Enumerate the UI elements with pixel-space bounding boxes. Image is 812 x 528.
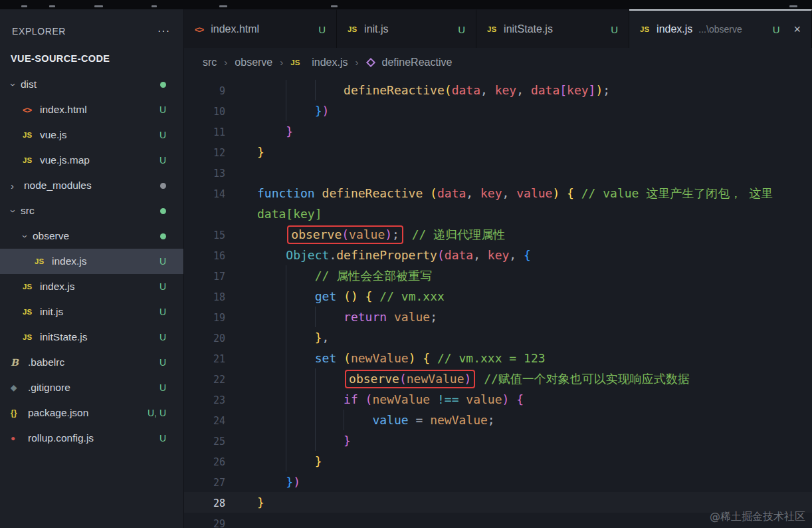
line-content: defineReactive(data, key, data[key]); (225, 83, 610, 97)
line-number: 16 (184, 246, 225, 267)
breadcrumb-item-defineReactive[interactable]: defineReactive (366, 57, 453, 68)
code-line[interactable]: 17 // 属性会全部被重写 (184, 265, 812, 286)
code-line[interactable]: 9 defineReactive(data, key, data[key]); (184, 80, 812, 100)
watermark: @稀土掘金技术社区 (710, 510, 805, 524)
code-token (372, 289, 379, 303)
modified-dot (160, 183, 166, 189)
code-token: defineReactive (344, 83, 445, 97)
code-token (476, 372, 484, 386)
tab-init.js[interactable]: JSinit.jsU (337, 9, 476, 48)
folder-node_modules[interactable]: ›node_modules (0, 173, 183, 198)
rollup-icon: ● (11, 434, 28, 443)
js-icon: JS (35, 257, 52, 265)
code-line[interactable]: 16 Object.defineProperty(data, key, { (184, 245, 812, 265)
file-tree: ›dist<>index.htmlUJSvue.jsUJSvue.js.mapU… (0, 72, 183, 451)
tab-index.html[interactable]: <>index.htmlU (184, 9, 337, 48)
tab-label: index.js (657, 23, 692, 35)
file-index.html[interactable]: <>index.htmlU (0, 97, 183, 122)
code-token: ( (399, 372, 407, 386)
file-initState.js[interactable]: JSinitState.jsU (0, 325, 183, 350)
line-content: function defineReactive (data, key, valu… (225, 186, 773, 200)
close-icon[interactable]: × (793, 23, 801, 37)
breadcrumb-item-index.js[interactable]: JSindex.js (290, 57, 348, 68)
indent-guide (286, 451, 314, 471)
code-line[interactable]: 10 }) (184, 100, 812, 121)
explorer-sidebar: EXPLORER ··· VUE-SOURCE-CODE ›dist<>inde… (0, 9, 184, 528)
code-line[interactable]: data[key] (184, 203, 812, 224)
code-token (459, 392, 466, 406)
file-index.js[interactable]: JSindex.jsU (0, 249, 183, 274)
tab-index.js[interactable]: JSindex.js...\observeU× (629, 9, 812, 48)
code-token: [ (559, 83, 567, 97)
js-icon: JS (290, 59, 308, 66)
file-vue.js.map[interactable]: JSvue.js.mapU (0, 148, 183, 173)
code-line[interactable]: 14function defineReactive (data, key, va… (184, 183, 812, 203)
folder-dist[interactable]: ›dist (0, 72, 183, 97)
code-token: value (372, 413, 408, 427)
line-content: // 属性会全部被重写 (225, 269, 432, 283)
breadcrumb-item-src[interactable]: src (203, 57, 217, 68)
code-line[interactable]: 19 return value; (184, 307, 812, 327)
code-token: data (445, 248, 473, 262)
file-init.js[interactable]: JSinit.jsU (0, 299, 183, 325)
code-editor[interactable]: @稀土掘金技术社区 9 defineReactive(data, key, da… (184, 76, 812, 528)
line-content: Object.defineProperty(data, key, { (225, 248, 531, 262)
code-line[interactable]: 11 } (184, 121, 812, 142)
item-label: index.html (40, 104, 87, 116)
line-content: value = newValue; (225, 413, 495, 427)
file-package.json[interactable]: {}package.jsonU, U (0, 400, 183, 426)
code-line[interactable]: 27 }) (184, 471, 812, 492)
code-line[interactable]: 24 value = newValue; (184, 410, 812, 430)
more-actions-icon[interactable]: ··· (157, 25, 170, 37)
file-.babelrc[interactable]: B.babelrcU (0, 350, 183, 375)
code-line[interactable]: 22 observe(newValue) //赋值一个对象也可以实现响应式数据 (184, 368, 812, 389)
code-line[interactable]: 15 observe(value); // 递归代理属性 (184, 224, 812, 245)
json-icon: {} (11, 408, 28, 418)
project-root-folder[interactable]: VUE-SOURCE-CODE (0, 48, 183, 72)
code-line[interactable]: 26 } (184, 451, 812, 471)
breadcrumb-item-observe[interactable]: observe (235, 57, 272, 68)
code-line[interactable]: 23 if (newValue !== value) { (184, 389, 812, 410)
code-token: , (502, 186, 517, 200)
code-token: ; (430, 310, 437, 324)
code-token: !== (437, 392, 459, 406)
js-icon: JS (23, 283, 40, 291)
item-label: package.json (28, 407, 88, 419)
code-token: newValue (351, 351, 409, 365)
file-vue.js[interactable]: JSvue.jsU (0, 122, 183, 148)
indent-guide (257, 410, 286, 430)
js-icon: JS (348, 25, 357, 33)
line-number: 27 (184, 473, 225, 493)
folder-observe[interactable]: ›observe (0, 223, 183, 249)
indent-guide (315, 430, 344, 451)
file-rollup.config.js[interactable]: ●rollup.config.jsU (0, 426, 183, 451)
code-token: ) (464, 372, 471, 386)
code-line[interactable]: 12} (184, 142, 812, 162)
git-status-badge: U (611, 24, 618, 35)
code-line[interactable]: 20 }, (184, 327, 812, 348)
code-line[interactable]: 18 get () { // vm.xxx (184, 286, 812, 307)
code-line[interactable]: 13 (184, 162, 812, 183)
code-line[interactable]: 21 set (newValue) { // vm.xxx = 123 (184, 348, 812, 368)
code-token: newValue (372, 392, 430, 406)
tab-initState.js[interactable]: JSinitState.jsU (476, 9, 629, 48)
file-.gitignore[interactable]: ◆.gitignoreU (0, 375, 183, 400)
code-token: observe (349, 372, 399, 386)
indent-guide (257, 389, 286, 410)
code-token (405, 227, 412, 241)
folder-src[interactable]: ›src (0, 198, 183, 223)
code-line[interactable]: 25 } (184, 430, 812, 451)
tab-description: ...\observe (698, 24, 742, 35)
file-index.js[interactable]: JSindex.jsU (0, 274, 183, 299)
code-token: Object (286, 248, 329, 262)
code-token: } (286, 124, 293, 138)
line-number: 12 (184, 143, 225, 164)
git-status-badge: U (159, 433, 166, 444)
code-token: newValue (430, 413, 488, 427)
indent-guide (257, 245, 286, 265)
js-icon: JS (23, 156, 40, 164)
line-number: 14 (184, 184, 225, 205)
tab-label: index.html (211, 23, 259, 35)
line-number: 13 (184, 164, 225, 184)
indent-guide (286, 286, 314, 307)
